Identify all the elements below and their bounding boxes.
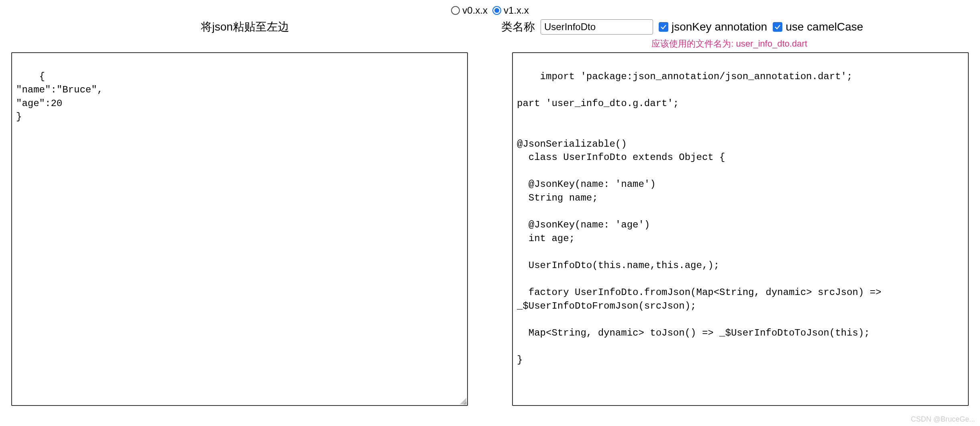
json-input-panel[interactable]: { "name":"Bruce", "age":20 } — [11, 52, 468, 406]
watermark: CSDN @BruceGe... — [911, 415, 975, 424]
check-icon — [660, 23, 667, 31]
jsonkey-checkbox — [659, 22, 668, 32]
radio-v0[interactable]: v0.x.x — [451, 5, 488, 16]
radio-v1[interactable]: v1.x.x — [492, 5, 529, 16]
camelcase-label: use camelCase — [786, 20, 863, 33]
jsonkey-label: jsonKey annotation — [672, 20, 767, 33]
radio-dot-icon — [494, 8, 499, 13]
radio-v0-icon — [451, 6, 460, 15]
dart-output-panel[interactable]: import 'package:json_annotation/json_ann… — [512, 52, 969, 406]
resize-handle-icon[interactable] — [460, 398, 466, 404]
radio-v1-icon — [492, 6, 501, 15]
filename-hint-row: 应该使用的文件名为: user_info_dto.dart — [0, 35, 980, 50]
check-icon — [774, 23, 781, 31]
version-selector: v0.x.x v1.x.x — [0, 0, 980, 16]
header-row: 将json粘贴至左边 类名称 jsonKey annotation use ca… — [0, 19, 980, 35]
json-input-content: { "name":"Bruce", "age":20 } — [16, 71, 103, 123]
class-name-label: 类名称 — [501, 19, 535, 35]
header-left: 将json粘贴至左边 — [0, 19, 490, 35]
jsonkey-checkbox-wrap[interactable]: jsonKey annotation — [659, 20, 767, 33]
radio-v0-label: v0.x.x — [462, 5, 488, 16]
camelcase-checkbox-wrap[interactable]: use camelCase — [773, 20, 863, 33]
header-right: 类名称 jsonKey annotation use camelCase — [490, 19, 980, 35]
class-name-input[interactable] — [541, 19, 653, 35]
filename-hint: 应该使用的文件名为: user_info_dto.dart — [490, 38, 980, 50]
camelcase-checkbox — [773, 22, 782, 32]
dart-output-content: import 'package:json_annotation/json_ann… — [517, 71, 887, 365]
radio-v1-label: v1.x.x — [504, 5, 529, 16]
left-panel-title: 将json粘贴至左边 — [201, 19, 289, 35]
panels-container: { "name":"Bruce", "age":20 } import 'pac… — [0, 50, 980, 406]
